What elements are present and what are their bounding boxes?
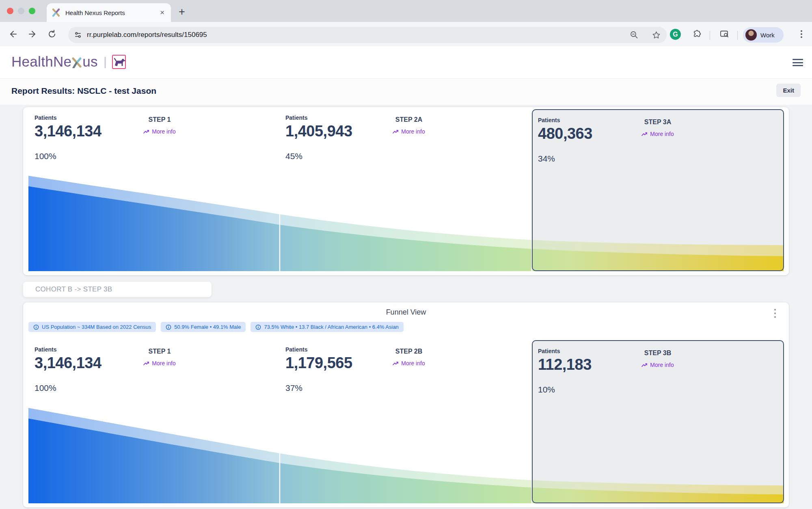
step-header-1a: STEP 1 More info: [99, 116, 220, 136]
trending-up-icon: [143, 129, 149, 134]
url-text[interactable]: rr.purplelab.com/reports/results/150695: [87, 31, 630, 39]
trending-up-icon: [393, 361, 399, 366]
step-header-3a: STEP 3A More info: [597, 119, 719, 138]
page-title: Report Results: NSCLC - test Jason: [11, 86, 156, 96]
stat-step3a: Patients 480,363 34%: [538, 117, 592, 164]
more-info-link[interactable]: More info: [393, 128, 425, 135]
exit-button[interactable]: Exit: [776, 84, 801, 97]
extensions-puzzle-icon[interactable]: [690, 28, 703, 41]
stat-step2b: Patients 1,179,565 37%: [285, 346, 352, 393]
step-name: STEP 1: [99, 348, 220, 355]
patients-value: 1,405,943: [285, 123, 352, 140]
census-badge[interactable]: US Population ~ 334M Based on 2022 Censu…: [28, 322, 156, 332]
toolbar-divider: [737, 31, 738, 40]
tab-search-icon[interactable]: [718, 28, 731, 41]
cohort-b-tab[interactable]: COHORT B -> STEP 3B: [23, 282, 212, 297]
healthnexus-favicon: [52, 8, 60, 17]
patients-value: 3,146,134: [35, 354, 102, 372]
more-info-link[interactable]: More info: [641, 131, 674, 137]
patients-percent: 100%: [35, 383, 102, 393]
app-menu-hamburger-icon[interactable]: [793, 59, 803, 66]
tab-close-icon[interactable]: ×: [158, 8, 166, 17]
step-name: STEP 1: [99, 116, 220, 123]
patients-percent: 37%: [285, 383, 352, 393]
bookmark-star-icon[interactable]: [652, 30, 661, 40]
stat-step2a: Patients 1,405,943 45%: [285, 114, 352, 161]
patients-value: 1,179,565: [285, 354, 352, 372]
more-info-link[interactable]: More info: [143, 360, 175, 367]
more-info-label: More info: [650, 362, 674, 368]
patients-percent: 100%: [35, 151, 102, 161]
trending-up-icon: [641, 132, 648, 136]
back-button[interactable]: [6, 28, 19, 41]
patients-label: Patients: [35, 346, 102, 353]
patients-value: 3,146,134: [35, 123, 102, 140]
report-content: Patients 3,146,134 100% STEP 1 More info…: [0, 105, 812, 509]
patients-label: Patients: [285, 346, 352, 353]
step-name: STEP 3B: [597, 349, 719, 357]
step-header-2a: STEP 2A More info: [348, 116, 470, 136]
more-info-link[interactable]: More info: [143, 128, 175, 135]
window-close-button[interactable]: [7, 8, 13, 14]
forward-button[interactable]: [26, 28, 39, 41]
brand-divider: |: [104, 55, 107, 69]
profile-chip[interactable]: Work: [743, 27, 784, 43]
population-badges: US Population ~ 334M Based on 2022 Censu…: [28, 322, 404, 332]
gender-badge[interactable]: 50.9% Female • 49.1% Male: [161, 322, 246, 332]
funnel-card-a: Patients 3,146,134 100% STEP 1 More info…: [23, 107, 789, 275]
brand-x-icon: [72, 55, 82, 68]
step-name: STEP 2B: [348, 348, 470, 355]
badge-text: 73.5% White • 13.7 Black / African Ameri…: [264, 324, 398, 330]
funnel-view-title: Funnel View: [23, 308, 789, 317]
patients-label: Patients: [35, 114, 102, 121]
browser-menu-kebab-icon[interactable]: [795, 28, 808, 41]
more-info-label: More info: [401, 360, 425, 367]
race-badge[interactable]: 73.5% White • 13.7 Black / African Ameri…: [251, 322, 403, 332]
browser-tab[interactable]: Health Nexus Reports ×: [47, 3, 171, 22]
card-menu-kebab-icon[interactable]: [772, 309, 778, 318]
more-info-label: More info: [152, 128, 175, 135]
new-tab-button[interactable]: +: [175, 6, 188, 19]
more-info-label: More info: [152, 360, 175, 367]
step-header-1b: STEP 1 More info: [99, 348, 220, 367]
patients-label: Patients: [285, 114, 352, 121]
patients-label: Patients: [538, 348, 592, 354]
tab-title: Health Nexus Reports: [65, 9, 158, 16]
funnel-card-b: Funnel View US Population ~ 334M Based o…: [23, 302, 789, 507]
more-info-link[interactable]: More info: [393, 360, 425, 367]
url-bar[interactable]: rr.purplelab.com/reports/results/150695: [68, 27, 667, 43]
toolbar-divider: [710, 31, 710, 40]
patients-percent: 45%: [285, 151, 352, 161]
browser-toolbar: rr.purplelab.com/reports/results/150695 …: [0, 22, 812, 46]
healthnexus-logo: HealthNe us |: [11, 54, 126, 70]
trending-up-icon: [143, 361, 149, 366]
stat-step1-b: Patients 3,146,134 100%: [35, 346, 102, 393]
tab-strip: Health Nexus Reports × +: [0, 0, 812, 22]
trending-up-icon: [393, 129, 399, 134]
more-info-link[interactable]: More info: [641, 362, 674, 368]
step-name: STEP 3A: [597, 119, 719, 126]
badge-text: US Population ~ 334M Based on 2022 Censu…: [42, 324, 151, 330]
grammarly-extension-icon[interactable]: G: [670, 29, 681, 40]
brand-text-1: HealthNe: [11, 54, 71, 70]
dog-logo-icon: [112, 54, 126, 69]
reload-button[interactable]: [45, 28, 58, 41]
patients-percent: 10%: [538, 385, 592, 395]
report-title-bar: Report Results: NSCLC - test Jason Exit: [0, 79, 812, 105]
window-minimize-button[interactable]: [18, 8, 24, 14]
stat-step3b: Patients 112,183 10%: [538, 348, 592, 395]
zoom-out-icon[interactable]: [630, 30, 639, 39]
site-info-icon[interactable]: [74, 31, 82, 39]
funnel-chart-a: [28, 176, 784, 271]
more-info-label: More info: [650, 131, 674, 137]
window-zoom-button[interactable]: [29, 8, 35, 14]
info-icon: [255, 324, 261, 330]
patients-value: 112,183: [538, 356, 592, 373]
brand-text-2: us: [82, 54, 98, 70]
app-header: HealthNe us |: [0, 46, 812, 79]
step-name: STEP 2A: [348, 116, 470, 123]
trending-up-icon: [641, 363, 648, 367]
profile-avatar: [745, 29, 757, 41]
info-icon: [166, 324, 171, 330]
patients-percent: 34%: [538, 154, 592, 164]
